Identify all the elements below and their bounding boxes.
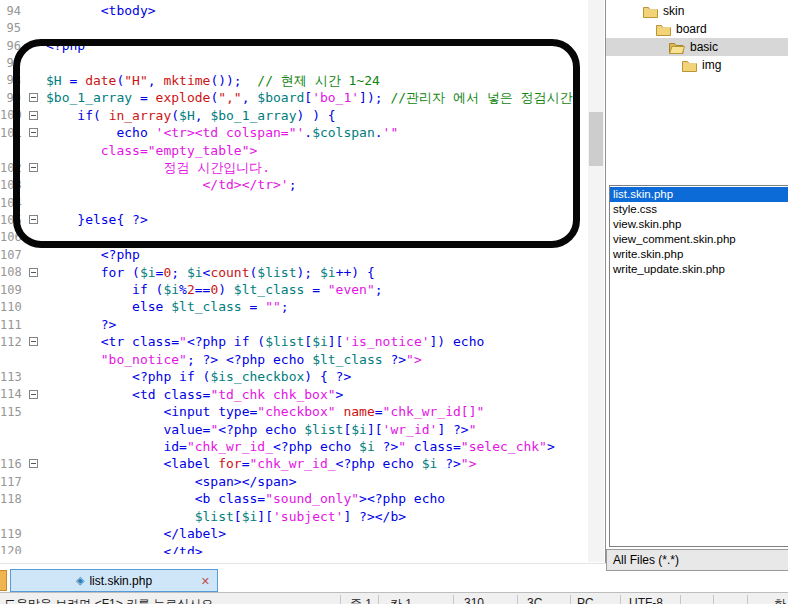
- code-row: 94 <tbody>: [0, 2, 588, 19]
- statusbar-column: 칸 1: [390, 596, 412, 604]
- tree-item-label: img: [702, 58, 721, 72]
- code-row: 100 if( in_array($H, $bo_1_array) ) {: [0, 107, 588, 124]
- tree-item-skin[interactable]: skin: [606, 2, 788, 20]
- code-row: value="<?php echo $list[$i]['wr_id'] ?>": [0, 421, 588, 438]
- fold-collapse-icon[interactable]: [29, 93, 38, 102]
- code-row: 114 <td class="td_chk chk_box">: [0, 386, 588, 403]
- file-item-view.skin.php[interactable]: view.skin.php: [610, 217, 788, 232]
- line-number: 105: [0, 213, 22, 227]
- statusbar-size: 310: [464, 596, 484, 604]
- line-number: 118: [0, 492, 22, 506]
- line-number: 102: [0, 161, 22, 175]
- code-row: 98$H = date("H", mktime()); // 현제 시간 1~2…: [0, 72, 588, 89]
- folder-open-icon: [669, 41, 685, 54]
- fold-collapse-icon[interactable]: [29, 337, 38, 346]
- code-row: 97: [0, 54, 588, 71]
- line-number: 98: [0, 73, 22, 87]
- code-row: 111 ?>: [0, 316, 588, 333]
- directory-panel: skinboardbasicimg list.skin.phpstyle.css…: [606, 0, 788, 592]
- line-number: 96: [0, 39, 22, 53]
- file-item-style.css[interactable]: style.css: [610, 202, 788, 217]
- tab-list-skin-php[interactable]: ◈ list.skin.php ✕: [10, 569, 218, 592]
- statusbar-ime-indicator: 한: [774, 596, 786, 604]
- code-row: 106: [0, 229, 588, 246]
- status-bar: 도움말을 보려면 <F1> 키를 누르십시오 줄 1 칸 1 310 3C PC…: [0, 592, 788, 604]
- document-diamond-icon: ◈: [76, 574, 84, 587]
- fold-collapse-icon[interactable]: [29, 215, 38, 224]
- code-row: 102 정검 시간입니다.: [0, 159, 588, 176]
- file-item-write_update.skin.php[interactable]: write_update.skin.php: [610, 262, 788, 277]
- line-number: 107: [0, 248, 22, 262]
- statusbar-separator: [340, 595, 341, 604]
- fold-collapse-icon[interactable]: [29, 390, 38, 399]
- code-row: 96<?php: [0, 37, 588, 54]
- code-row: 120 </td>: [0, 543, 588, 554]
- code-row: class="empty_table">: [0, 142, 588, 159]
- tab-label: list.skin.php: [89, 574, 152, 588]
- fold-collapse-icon[interactable]: [29, 268, 38, 277]
- folder-icon: [656, 23, 671, 36]
- line-number: 114: [0, 387, 22, 401]
- line-number: 95: [0, 21, 22, 35]
- line-number: 113: [0, 370, 22, 384]
- line-number: 106: [0, 230, 22, 244]
- line-number: 116: [0, 457, 22, 471]
- file-item-list.skin.php[interactable]: list.skin.php: [610, 187, 788, 202]
- tree-item-img[interactable]: img: [606, 56, 788, 74]
- code-row: 115 <input type="checkbox" name="chk_wr_…: [0, 403, 588, 420]
- file-item-write.skin.php[interactable]: write.skin.php: [610, 247, 788, 262]
- code-row: 107 <?php: [0, 246, 588, 263]
- code-row: "bo_notice"; ?> <?php echo $lt_class ?>"…: [0, 351, 588, 368]
- statusbar-separator: [517, 595, 518, 604]
- line-number: 111: [0, 318, 22, 332]
- statusbar-separator: [747, 595, 748, 604]
- code-row: 113 <?php if ($is_checkbox) { ?>: [0, 368, 588, 385]
- code-row: 101 echo '<tr><td colspan="'.$colspan.'": [0, 124, 588, 141]
- code-row: 118 <b class="sound_only"><?php echo: [0, 490, 588, 507]
- statusbar-separator: [680, 595, 681, 604]
- line-number: 120: [0, 544, 22, 554]
- code-editor-area[interactable]: 94 <tbody>9596<?php9798$H = date("H", mk…: [0, 0, 588, 554]
- line-number: 119: [0, 527, 22, 541]
- code-row: 117 <span></span>: [0, 473, 588, 490]
- fold-collapse-icon[interactable]: [29, 459, 38, 468]
- statusbar-separator: [453, 595, 454, 604]
- tree-item-label: skin: [663, 4, 684, 18]
- tree-item-basic[interactable]: basic: [606, 38, 788, 56]
- fold-collapse-icon[interactable]: [29, 128, 38, 137]
- statusbar-separator: [378, 595, 379, 604]
- fold-collapse-icon[interactable]: [29, 163, 38, 172]
- tree-item-label: board: [676, 22, 707, 36]
- code-row: 105 }else{ ?>: [0, 211, 588, 228]
- statusbar-format: PC: [577, 596, 594, 604]
- clipped-folder-icon: [0, 570, 7, 591]
- line-number: 109: [0, 283, 22, 297]
- tree-item-label: basic: [690, 40, 718, 54]
- code-row: 110 else $lt_class = "";: [0, 298, 588, 315]
- file-item-view_comment.skin.php[interactable]: view_comment.skin.php: [610, 232, 788, 247]
- statusbar-encoding: UTF-8: [629, 596, 663, 604]
- file-filter-dropdown[interactable]: All Files (*.*): [606, 549, 788, 571]
- editor-vertical-scrollbar[interactable]: [588, 0, 604, 562]
- code-row: 116 <label for="chk_wr_id_<?php echo $i …: [0, 455, 588, 472]
- code-row: 108 for ($i=0; $i<count($list); $i++) {: [0, 264, 588, 281]
- code-row: $list[$i]['subject'] ?></b>: [0, 508, 588, 525]
- editplus-window: 94 <tbody>9596<?php9798$H = date("H", mk…: [0, 0, 788, 604]
- tab-close-icon[interactable]: ✕: [201, 574, 210, 588]
- line-number: 104: [0, 196, 22, 210]
- line-number: 115: [0, 405, 22, 419]
- line-number: 112: [0, 335, 22, 349]
- file-list: list.skin.phpstyle.cssview.skin.phpview_…: [609, 185, 788, 547]
- code-row: 104: [0, 194, 588, 211]
- fold-collapse-icon[interactable]: [29, 111, 38, 120]
- folder-tree: skinboardbasicimg: [606, 2, 788, 182]
- line-number: 110: [0, 300, 22, 314]
- line-number: 100: [0, 108, 22, 122]
- statusbar-separator: [713, 595, 714, 604]
- scrollbar-thumb[interactable]: [589, 112, 603, 166]
- tree-item-board[interactable]: board: [606, 20, 788, 38]
- folder-icon: [682, 59, 697, 72]
- code-row: 103 </td></tr>';: [0, 176, 588, 193]
- code-row: id="chk_wr_id_<?php echo $i ?>" class="s…: [0, 438, 588, 455]
- folder-icon: [643, 5, 658, 18]
